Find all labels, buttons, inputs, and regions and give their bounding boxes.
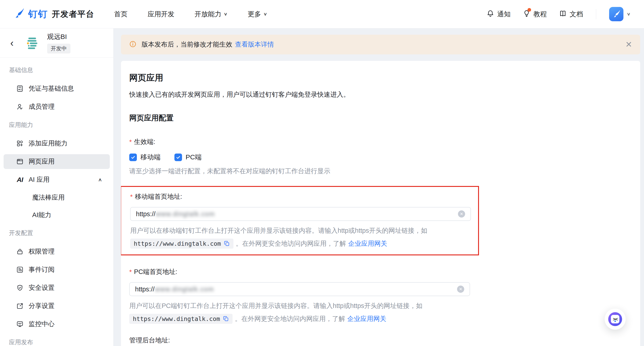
add-capability-icon (16, 140, 24, 147)
top-navbar: 钉钉 开发者平台 首页 应用开发 开放能力 ∨ 更多 ∨ 通知 (0, 0, 644, 29)
required-mark: * (130, 193, 132, 201)
app-meta: 观远BI 开发中 (47, 32, 70, 54)
ai-icon: AI (16, 176, 24, 184)
admin-url-label-row: 管理后台地址: (129, 336, 632, 345)
nav-item-home[interactable]: 首页 (114, 10, 128, 19)
mobile-url-hint: 用户可以在移动端钉钉工作台上打开这个应用并显示该链接内容。请输入http或htt… (130, 225, 479, 249)
docs-button[interactable]: 文档 (559, 10, 583, 19)
url-blurred-value: www.dingtalk.com (155, 285, 214, 293)
checkbox-label: 移动端 (140, 153, 160, 162)
divider (596, 9, 596, 19)
pc-url-input[interactable]: https:// www.dingtalk.com ✕ (129, 282, 470, 296)
page-description: 快速接入已有的或开发网页应用，用户可以通过钉钉客户端免登录快速进入。 (129, 90, 632, 99)
sidebar-item-ai-app[interactable]: AI AI 应用 ∧ (4, 172, 110, 187)
lock-icon (16, 248, 24, 255)
dingtalk-wing-icon (12, 8, 25, 21)
mobile-url-input[interactable]: https:// www.dingtalk.com ✕ (130, 207, 471, 221)
sidebar-item-members[interactable]: 成员管理 (4, 99, 110, 114)
logo-text: 钉钉 (28, 8, 48, 20)
banner-message: 版本发布后，当前修改才能生效 (142, 40, 232, 49)
assistant-icon: >< (608, 312, 622, 326)
tutorial-button[interactable]: 教程 (522, 10, 547, 19)
sidebar-item-share-settings[interactable]: 分享设置 (4, 298, 110, 313)
chevron-down-icon: ∨ (626, 12, 630, 17)
pc-client-checkbox[interactable]: PC端 (174, 153, 202, 162)
view-version-details-link[interactable]: 查看版本详情 (235, 40, 274, 49)
client-field-label: 生效端: (134, 137, 155, 146)
gateway-link[interactable]: 企业应用网关 (347, 313, 386, 324)
sidebar-item-credentials[interactable]: 凭证与基础信息 (4, 81, 110, 96)
sidebar-subitem-magic-wand-app[interactable]: 魔法棒应用 (4, 190, 110, 205)
bell-icon (486, 10, 494, 19)
client-field-hint: 请至少选择一端进行配置，未配置将不在对应端的钉钉工作台进行显示 (129, 166, 632, 176)
admin-url-field: 管理后台地址: 组织管理员可以在oa.dingtalk.com打开这个应用后台并… (129, 336, 632, 346)
sample-url-chip: https://www.dingtalk.com (130, 239, 234, 249)
sample-url-text: https://www.dingtalk.com (134, 240, 221, 247)
pc-url-field: * PC端首页地址: https:// www.dingtalk.com ✕ 用… (129, 267, 632, 324)
sidebar-item-label: 成员管理 (28, 102, 54, 111)
chevron-up-icon: ∧ (98, 177, 102, 183)
config-section-title: 网页应用配置 (129, 113, 632, 123)
web-app-icon (16, 158, 24, 165)
checkbox-label: PC端 (186, 153, 202, 162)
nav-item-open-capability[interactable]: 开放能力 ∨ (194, 10, 228, 19)
admin-url-label: 管理后台地址: (129, 336, 170, 345)
tool-label: 教程 (533, 10, 547, 19)
account-menu[interactable]: ∨ (609, 7, 630, 21)
check-icon (130, 155, 136, 160)
close-icon[interactable]: ✕ (626, 41, 632, 49)
assistant-glyph-box: >< (611, 315, 620, 323)
section-header-dev-config: 开发配置 (4, 229, 110, 237)
gateway-link[interactable]: 企业应用网关 (348, 238, 387, 249)
client-field-label-row: * 生效端: (129, 137, 632, 146)
checkbox-checked (129, 154, 137, 161)
sidebar-item-event-subscription[interactable]: 事件订阅 (4, 262, 110, 277)
notifications-button[interactable]: 通知 (486, 10, 510, 19)
url-prefix: https:// (136, 210, 156, 218)
member-icon (16, 103, 24, 111)
nav-item-label: 应用开发 (148, 10, 174, 19)
sidebar-item-add-capability[interactable]: 添加应用能力 (4, 136, 110, 151)
mobile-url-label: 移动端首页地址: (135, 192, 182, 201)
copy-icon[interactable] (224, 240, 230, 247)
monitor-icon (16, 320, 24, 328)
copy-icon[interactable] (223, 315, 229, 322)
sidebar-nav: 基础信息 凭证与基础信息 成员管理 应用能力 添加应用能力 网页应用 (0, 58, 113, 346)
app-name: 观远BI (47, 32, 70, 41)
clear-input-icon[interactable]: ✕ (457, 285, 464, 293)
sidebar-subitem-ai-capability[interactable]: AI能力 (4, 208, 110, 222)
rss-icon (16, 266, 24, 273)
assistant-floating-button[interactable]: >< (605, 309, 626, 330)
sidebar-item-permissions[interactable]: 权限管理 (4, 244, 110, 259)
clear-input-icon[interactable]: ✕ (458, 210, 465, 218)
sidebar-item-web-app[interactable]: 网页应用 (4, 154, 110, 169)
back-button[interactable]: ‹ (8, 38, 16, 48)
section-header-app-release: 应用发布 (4, 338, 110, 346)
pc-url-label-row: * PC端首页地址: (129, 267, 632, 276)
tool-label: 文档 (570, 10, 583, 19)
required-mark: * (129, 138, 132, 146)
tool-label: 通知 (497, 10, 510, 19)
main-content: 版本发布后，当前修改才能生效 查看版本详情 ✕ 网页应用 快速接入已有的或开发网… (114, 29, 644, 346)
nav-item-app-dev[interactable]: 应用开发 (148, 10, 174, 19)
section-header-capabilities: 应用能力 (4, 121, 110, 129)
shield-check-icon (16, 284, 24, 292)
info-icon (129, 40, 137, 49)
mobile-url-label-row: * 移动端首页地址: (130, 192, 469, 201)
nav-item-more[interactable]: 更多 ∨ (248, 10, 268, 19)
mobile-client-checkbox[interactable]: 移动端 (129, 153, 160, 162)
url-prefix: https:// (135, 285, 154, 293)
sidebar-item-label: 凭证与基础信息 (28, 84, 74, 93)
sidebar-item-monitoring-center[interactable]: 监控中心 (4, 317, 110, 331)
section-header-basic-info: 基础信息 (4, 66, 110, 74)
sidebar-item-label: 魔法棒应用 (32, 193, 64, 202)
topnav-tools: 通知 教程 文档 ∨ (486, 7, 630, 21)
sidebar-item-label: 安全设置 (28, 283, 54, 292)
required-mark: * (129, 268, 132, 276)
check-icon (176, 155, 181, 160)
dingtalk-brand[interactable]: 钉钉 开发者平台 (12, 8, 94, 21)
sample-url-line: https://www.dingtalk.com 。在外网更安全地访问内网应用，… (130, 238, 479, 249)
sidebar-item-security-settings[interactable]: 安全设置 (4, 280, 110, 295)
nav-item-label: 更多 (248, 10, 261, 19)
sidebar: ‹ 观远BI 开发中 基础信息 (0, 29, 114, 346)
